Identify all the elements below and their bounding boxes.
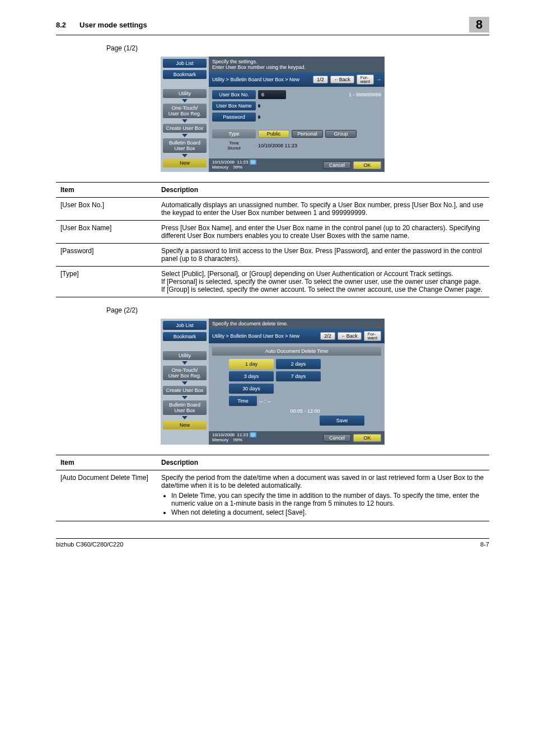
delete-30days-button[interactable]: 30 days: [229, 384, 274, 394]
chevron-down-icon: [182, 381, 188, 385]
chapter-badge: 8: [469, 17, 489, 32]
content-area: User Box No. 6 1 - 999999999 User Box Na…: [209, 87, 385, 158]
ok-button[interactable]: OK: [353, 161, 381, 169]
create-userbox-button[interactable]: Create User Box: [163, 386, 207, 395]
onetouch-button[interactable]: One-Touch/ User Box Reg.: [163, 366, 207, 380]
back-button[interactable]: ←Back: [330, 76, 354, 83]
userbox-no-value: 6: [258, 90, 286, 99]
breadcrumb: Utility > Bulletin Board User Box > New: [212, 333, 318, 339]
type-group-button[interactable]: Group: [325, 130, 357, 138]
auto-delete-header: Auto Document Delete Time: [212, 347, 381, 356]
delete-2days-button[interactable]: 2 days: [276, 359, 321, 369]
breadcrumb-bar: Utility > Bulletin Board User Box > New …: [209, 72, 385, 87]
screenshot-panel-2: Job List Bookmark Utility One-Touch/ Use…: [161, 319, 385, 445]
chevron-down-icon: [182, 119, 188, 123]
table-header-desc: Description: [157, 183, 489, 198]
new-button[interactable]: New: [163, 421, 207, 430]
type-label: Type: [212, 129, 256, 138]
bulletin-board-button[interactable]: Bulletin Board User Box: [163, 400, 207, 415]
new-button[interactable]: New: [163, 158, 207, 167]
table-row: [Type] Select [Public], [Personal], or […: [56, 267, 489, 297]
table-header-desc: Description: [157, 455, 489, 470]
side-column: Job List Bookmark Utility One-Touch/ Use…: [161, 57, 209, 172]
screenshot-panel-1: Job List Bookmark Utility One-Touch/ Use…: [161, 57, 385, 172]
desc-intro: Specify the period from the date/time wh…: [161, 474, 484, 489]
time-range-text: 00:05 - 12:00: [229, 408, 381, 414]
description-table-2: Item Description [Auto Document Delete T…: [56, 455, 489, 521]
forward-button[interactable]: For- ward: [357, 74, 374, 85]
page-indicator: 1/2: [313, 76, 328, 83]
status-bar: 10/10/2008 11:23 Ⓜ Memory 99% Cancel OK: [209, 431, 385, 445]
memory-icon: Ⓜ: [250, 432, 256, 437]
delete-time-button[interactable]: Time: [229, 396, 257, 406]
password-value: [258, 115, 260, 119]
utility-button[interactable]: Utility: [163, 89, 207, 98]
onetouch-button[interactable]: One-Touch/ User Box Reg.: [163, 104, 207, 118]
breadcrumb: Utility > Bulletin Board User Box > New: [212, 77, 311, 82]
status-bar: 10/10/2008 11:23 Ⓜ Memory 99% Cancel OK: [209, 158, 385, 172]
chevron-down-icon: [182, 361, 188, 365]
bulletin-board-button[interactable]: Bulletin Board User Box: [163, 138, 207, 153]
range-text: 1 - 999999999: [349, 92, 381, 97]
job-list-button[interactable]: Job List: [163, 59, 207, 68]
back-button[interactable]: ←Back: [338, 332, 362, 340]
userbox-no-label[interactable]: User Box No.: [212, 90, 256, 99]
forward-button[interactable]: For- ward: [364, 331, 381, 341]
main-column: Specify the document delete time. Utilit…: [209, 319, 385, 445]
time-stored-label: Time Stored: [212, 141, 256, 151]
page-footer: bizhub C360/C280/C220 8-7: [56, 538, 489, 548]
chevron-down-icon: [182, 99, 188, 102]
ok-button[interactable]: OK: [353, 434, 381, 442]
side-column: Job List Bookmark Utility One-Touch/ Use…: [161, 319, 209, 445]
list-item: In Delete Time, you can specify the time…: [171, 492, 485, 507]
password-label[interactable]: Password: [212, 113, 256, 122]
footer-left: bizhub C360/C280/C220: [56, 541, 123, 548]
table-header-item: Item: [56, 455, 157, 470]
delete-7days-button[interactable]: 7 days: [276, 371, 321, 381]
status-text: 10/10/2008 11:23 Ⓜ Memory 99%: [212, 433, 321, 443]
save-button[interactable]: Save: [320, 416, 364, 426]
userbox-name-label[interactable]: User Box Name: [212, 101, 256, 110]
instruction-text: Specify the settings. Enter User Box num…: [209, 57, 385, 72]
delete-1day-button[interactable]: 1 day: [229, 359, 274, 369]
main-column: Specify the settings. Enter User Box num…: [209, 57, 385, 172]
description-table-1: Item Description [User Box No.] Automati…: [56, 182, 489, 297]
footer-right: 8-7: [480, 541, 489, 548]
chevron-down-icon: [182, 134, 188, 137]
create-userbox-button[interactable]: Create User Box: [163, 124, 207, 133]
bookmark-button[interactable]: Bookmark: [163, 332, 207, 341]
page-label-2: Page (2/2): [106, 306, 489, 314]
section-number: 8.2: [56, 21, 66, 29]
list-item: When not deleting a document, select [Sa…: [171, 508, 485, 516]
chevron-down-icon: [182, 416, 188, 419]
bookmark-button[interactable]: Bookmark: [163, 70, 207, 79]
cancel-button[interactable]: Cancel: [323, 161, 351, 169]
page-indicator: 2/2: [320, 332, 335, 340]
instruction-text: Specify the document delete time.: [209, 319, 385, 329]
chevron-down-icon: [182, 396, 188, 399]
header-rule: [56, 35, 489, 35]
table-row: [User Box Name] Press [User Box Name], a…: [56, 221, 489, 244]
delete-3days-button[interactable]: 3 days: [229, 371, 274, 381]
breadcrumb-bar: Utility > Bulletin Board User Box > New …: [209, 329, 385, 343]
chevron-down-icon: [182, 154, 188, 157]
delete-time-value: -- : --: [259, 398, 271, 404]
memory-icon: Ⓜ: [250, 160, 256, 165]
section-title: User mode settings: [79, 21, 469, 29]
status-text: 10/10/2008 11:23 Ⓜ Memory 99%: [212, 160, 321, 170]
arrow-right-icon: →: [376, 77, 381, 82]
userbox-name-value: [258, 104, 260, 108]
content-area: Auto Document Delete Time 1 day 2 days 3…: [209, 343, 385, 431]
job-list-button[interactable]: Job List: [163, 321, 207, 330]
page-label-1: Page (1/2): [106, 44, 489, 52]
table-row: [User Box No.] Automatically displays an…: [56, 198, 489, 221]
table-row: [Password] Specify a password to limit a…: [56, 244, 489, 267]
type-personal-button[interactable]: Personal: [292, 130, 323, 138]
table-row: [Auto Document Delete Time] Specify the …: [56, 470, 489, 521]
table-header-item: Item: [56, 183, 157, 198]
cancel-button[interactable]: Cancel: [323, 434, 351, 442]
time-stored-value: 10/10/2008 11:23: [258, 143, 297, 148]
type-public-button[interactable]: Public: [258, 130, 289, 138]
desc-bullets: In Delete Time, you can specify the time…: [171, 492, 485, 516]
utility-button[interactable]: Utility: [163, 351, 207, 360]
